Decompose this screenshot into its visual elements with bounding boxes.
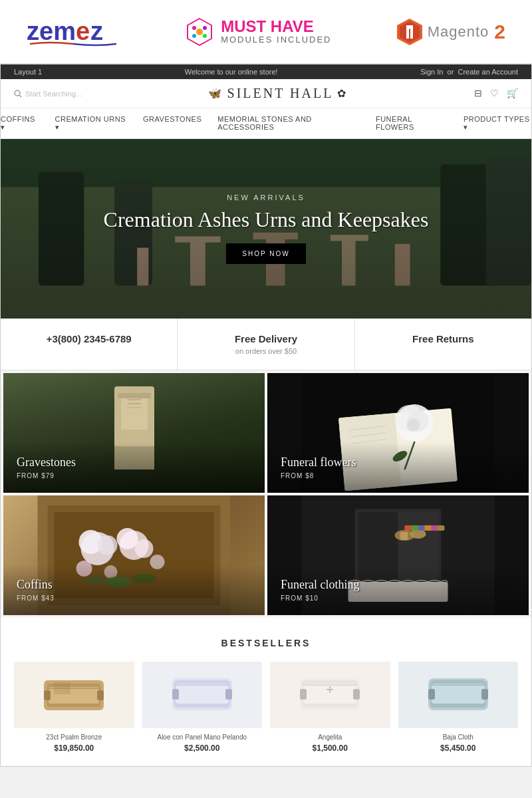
nav-gravestones[interactable]: GRAVESTONES	[143, 115, 201, 132]
magento-logo: Magento 2	[397, 19, 505, 45]
svg-rect-62	[432, 525, 438, 531]
svg-rect-61	[425, 525, 432, 531]
cart-icon[interactable]: 🛒	[507, 88, 518, 99]
svg-rect-67	[97, 690, 104, 700]
svg-text:zem: zem	[27, 17, 76, 45]
category-flowers[interactable]: Funeral flowers FROM $8	[267, 373, 529, 493]
product-card-1[interactable]: 23ct Psalm Bronze $19,850.00	[14, 662, 134, 753]
nav-memorial-stones[interactable]: MEMORIAL STONES AND ACCESSORIES	[217, 115, 360, 132]
svg-rect-17	[120, 430, 149, 436]
wishlist-icon[interactable]: ♡	[490, 88, 499, 99]
product-img-1	[14, 662, 134, 728]
product-card-3[interactable]: Angelita $1,500.00	[270, 662, 390, 753]
create-account-link[interactable]: Create an Account	[458, 68, 518, 76]
category-gravestones-price: FROM $79	[17, 472, 251, 479]
svg-point-5	[192, 26, 196, 30]
product-name-3: Angelita	[270, 733, 390, 741]
product-price-1: $19,850.00	[14, 743, 134, 753]
svg-point-41	[117, 528, 138, 549]
must-have-badge: MUST HAVE modules included	[185, 17, 331, 47]
welcome-text: Welcome to our online store!	[185, 68, 278, 76]
svg-text:e: e	[76, 17, 90, 45]
svg-rect-83	[329, 686, 331, 693]
svg-point-8	[203, 34, 207, 38]
product-name-4: Baja Cloth	[398, 733, 519, 741]
category-coffins[interactable]: Coffins FROM $43	[3, 495, 265, 615]
product-price-4: $5,450.00	[398, 743, 519, 753]
svg-point-14	[15, 90, 20, 96]
category-clothing[interactable]: Funeral clothing FROM $10	[267, 495, 529, 615]
hero-banner: NEW ARRIVALS Cremation Ashes Urns and Ke…	[1, 139, 531, 319]
sign-in-link[interactable]: Sign In	[420, 68, 443, 76]
category-clothing-name: Funeral clothing	[281, 578, 515, 592]
svg-point-4	[196, 29, 203, 35]
product-name-2: Aloe con Panel Mano Pelando	[142, 733, 263, 741]
svg-rect-88	[481, 689, 488, 700]
hero-pre-title: NEW ARRIVALS	[227, 194, 305, 201]
svg-text:z: z	[90, 17, 103, 45]
layout-selector[interactable]: Layout 1	[14, 68, 42, 76]
svg-line-15	[19, 95, 21, 97]
products-grid: 23ct Psalm Bronze $19,850.00 Aloe con Pa…	[14, 662, 518, 753]
delivery-sub: on orders over $50	[184, 347, 347, 355]
search-placeholder-text: Start Searching...	[25, 90, 82, 98]
compare-icon[interactable]: ⊟	[474, 88, 482, 99]
product-card-2[interactable]: Aloe con Panel Mano Pelando $2,500.00	[142, 662, 263, 753]
search-bar[interactable]: Start Searching...	[14, 90, 82, 98]
phone-number: +3(800) 2345-6789	[7, 333, 170, 344]
nav-product-types[interactable]: PRODUCT TYPES ▾	[464, 115, 531, 132]
nav-funeral-flowers[interactable]: FUNERAL FLOWERS	[376, 115, 448, 132]
account-links: Sign In or Create an Account	[420, 68, 518, 76]
store-topbar: Layout 1 Welcome to our online store! Si…	[1, 65, 531, 79]
svg-rect-73	[172, 689, 179, 700]
store-header: Start Searching... 🦋 SILENT HALL ✿ ⊟ ♡ 🛒	[1, 79, 531, 108]
svg-point-31	[407, 418, 420, 432]
category-clothing-price: FROM $10	[281, 595, 515, 602]
category-grid: Gravestones FROM $79	[1, 370, 531, 618]
category-coffins-name: Coffins	[17, 578, 251, 592]
feature-delivery: Free Delivery on orders over $50	[178, 319, 354, 370]
product-price-2: $2,500.00	[142, 743, 263, 753]
top-banner: zem e z MUST HAVE modules included	[0, 0, 532, 64]
svg-point-6	[203, 26, 207, 30]
feature-returns: Free Returns	[355, 319, 531, 370]
svg-rect-87	[428, 689, 435, 700]
must-have-sub: modules included	[221, 35, 331, 45]
store-logo: 🦋 SILENT HALL ✿	[208, 86, 348, 101]
zemez-logo: zem e z	[27, 12, 120, 51]
product-card-4[interactable]: Baja Cloth $5,450.00	[398, 662, 519, 753]
hero-title: Cremation Ashes Urns and Keepsakes	[104, 207, 429, 232]
search-icon	[14, 90, 22, 98]
hexagon-icon	[185, 17, 214, 47]
product-price-3: $1,500.00	[270, 743, 390, 753]
product-img-3	[270, 662, 390, 728]
category-gravestones-name: Gravestones	[17, 456, 251, 469]
svg-rect-69	[54, 682, 70, 694]
svg-rect-66	[44, 690, 51, 700]
category-flowers-price: FROM $8	[281, 472, 515, 479]
svg-point-7	[192, 34, 196, 38]
store-wrapper: Layout 1 Welcome to our online store! Si…	[0, 64, 532, 767]
product-img-2	[142, 662, 263, 728]
svg-rect-72	[176, 684, 229, 704]
returns-title: Free Returns	[362, 333, 525, 344]
main-navigation: COFFINS ▾ CREMATION URNS ▾ GRAVESTONES M…	[1, 108, 531, 139]
delivery-title: Free Delivery	[184, 333, 347, 344]
nav-coffins[interactable]: COFFINS ▾	[1, 115, 39, 132]
shop-now-button[interactable]: SHOP NOW	[226, 243, 305, 264]
bestsellers-section: BESTSELLERS	[1, 618, 531, 766]
svg-rect-74	[225, 689, 232, 700]
magento-icon	[397, 19, 422, 45]
features-bar: +3(800) 2345-6789 Free Delivery on order…	[1, 319, 531, 370]
svg-point-55	[410, 529, 426, 539]
nav-cremation-urns[interactable]: CREMATION URNS ▾	[55, 115, 127, 132]
product-img-4	[398, 662, 519, 728]
svg-point-39	[98, 535, 118, 555]
category-flowers-name: Funeral flowers	[281, 456, 515, 469]
svg-rect-79	[300, 689, 307, 700]
svg-rect-59	[412, 525, 418, 531]
svg-point-42	[135, 539, 154, 558]
svg-rect-58	[405, 525, 412, 531]
category-gravestones[interactable]: Gravestones FROM $79	[3, 373, 265, 493]
svg-rect-80	[353, 689, 360, 700]
